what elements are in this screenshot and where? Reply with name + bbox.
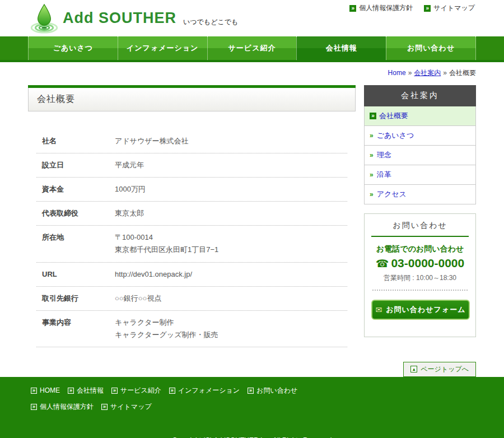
nav-item[interactable]: お問い合わせ: [386, 36, 476, 60]
phone-contact-label: お電話でのお問い合わせ: [371, 244, 469, 254]
footer-link[interactable]: »サービス紹介: [111, 386, 161, 395]
footer-link-label: 個人情報保護方針: [40, 402, 94, 412]
arrow-icon: »: [370, 151, 374, 159]
sidebar-item-label: 会社概要: [379, 111, 408, 121]
sidebar-item[interactable]: »アクセス: [364, 185, 476, 204]
row-value: 東京太郎: [115, 207, 144, 220]
page-top-button[interactable]: ▲ ページトップへ: [403, 362, 476, 377]
footer-link-label: サービス紹介: [120, 386, 161, 395]
sidebar: 会社案内 »会社概要»ごあいさつ»理念»沿革»アクセス お問い合わせ お電話での…: [364, 85, 476, 337]
footer-link-label: 会社情報: [77, 386, 104, 395]
row-label: 資本金: [36, 183, 115, 195]
top-link[interactable]: »サイトマップ: [424, 3, 475, 13]
table-row: 資本金1000万円: [36, 178, 347, 202]
table-row: 事業内容キャラクター制作 キャラクターグッズ制作・販売: [36, 311, 347, 347]
green-arrow-icon: »: [349, 5, 356, 12]
white-arrow-icon: »: [31, 388, 37, 394]
footer-link[interactable]: »HOME: [31, 386, 60, 395]
table-row: 社名アドサウザー株式会社: [36, 129, 347, 153]
nav-item[interactable]: 会社情報: [296, 36, 386, 60]
row-value: ○○銀行○○視点: [115, 292, 161, 305]
content-column: 会社概要 社名アドサウザー株式会社設立日平成元年資本金1000万円代表取締役東京…: [28, 85, 356, 347]
row-value: アドサウザー株式会社: [115, 135, 189, 147]
footer-link[interactable]: »インフォメーション: [169, 386, 240, 395]
contact-form-button[interactable]: ✉ お問い合わせフォーム: [371, 300, 470, 320]
header-top-links: »個人情報保護方針»サイトマップ: [349, 3, 475, 13]
table-row: 設立日平成元年: [36, 153, 347, 178]
page-top-arrow-icon: ▲: [410, 366, 417, 372]
sidebar-item-label: ごあいさつ: [377, 131, 414, 141]
breadcrumb-separator: »: [443, 69, 447, 77]
green-arrow-icon: »: [424, 5, 431, 12]
row-label: 所在地: [36, 231, 115, 256]
row-label: 取引先銀行: [36, 292, 115, 305]
breadcrumb-separator: »: [408, 69, 412, 77]
white-arrow-icon: »: [68, 388, 74, 394]
global-nav: ごあいさつインフォメーションサービス紹介会社情報お問い合わせ: [0, 36, 504, 62]
page-title: 会社概要: [28, 88, 356, 111]
row-label: URL: [36, 268, 115, 281]
sidebar-item[interactable]: »会社概要: [364, 106, 476, 126]
green-arrow-icon: »: [370, 113, 376, 119]
footer-link-label: インフォメーション: [178, 386, 240, 395]
footer-link[interactable]: »会社情報: [68, 386, 104, 395]
contact-box: お問い合わせ お電話でのお問い合わせ ☎03-0000-0000 営業時間 : …: [364, 213, 476, 337]
nav-menu: ごあいさつインフォメーションサービス紹介会社情報お問い合わせ: [28, 36, 476, 60]
sidebar-menu: »会社概要»ごあいさつ»理念»沿革»アクセス: [364, 106, 476, 204]
sidebar-title: 会社案内: [364, 85, 476, 106]
sidebar-item-label: 理念: [377, 150, 391, 160]
row-value: 平成元年: [115, 159, 144, 171]
contact-title: お問い合わせ: [371, 221, 469, 237]
site-logo-text: Add SOUTHER: [63, 10, 176, 27]
footer-link-label: HOME: [40, 386, 60, 394]
row-value: キャラクター制作 キャラクターグッズ制作・販売: [115, 316, 218, 341]
row-value: 〒100-0014 東京都千代田区永田町1丁目7−1: [115, 231, 218, 256]
footer-link[interactable]: »サイトマップ: [101, 402, 152, 412]
row-label: 社名: [36, 135, 115, 147]
breadcrumb: Home»会社案内»会社概要: [28, 62, 476, 83]
sidebar-item[interactable]: »ごあいさつ: [364, 126, 476, 146]
nav-item[interactable]: インフォメーション: [118, 36, 207, 60]
footer: »HOME»会社情報»サービス紹介»インフォメーション»お問い合わせ »個人情報…: [0, 377, 504, 438]
main-content: 会社概要 社名アドサウザー株式会社設立日平成元年資本金1000万円代表取締役東京…: [28, 85, 476, 347]
sidebar-item[interactable]: »理念: [364, 146, 476, 165]
table-row: 取引先銀行○○銀行○○視点: [36, 287, 347, 311]
phone-number-text: 03-0000-0000: [391, 257, 464, 269]
white-arrow-icon: »: [101, 404, 108, 410]
page-top-label: ページトップへ: [421, 365, 469, 374]
footer-links-row2: »個人情報保護方針»サイトマップ: [31, 402, 473, 412]
phone-number: ☎03-0000-0000: [371, 257, 469, 270]
arrow-icon: »: [370, 132, 374, 139]
pagetop-row: ▲ ページトップへ: [28, 362, 476, 377]
top-link-label: サイトマップ: [433, 3, 475, 13]
sidebar-item[interactable]: »沿革: [364, 165, 476, 185]
business-hours: 営業時間 : 10:00～18:30: [371, 273, 469, 283]
phone-icon: ☎: [376, 258, 389, 269]
nav-item[interactable]: ごあいさつ: [28, 36, 118, 60]
table-row: URLhttp://dev01.onepack.jp/: [36, 263, 347, 287]
table-row: 所在地〒100-0014 東京都千代田区永田町1丁目7−1: [36, 226, 347, 262]
mail-icon: ✉: [376, 305, 383, 314]
footer-links-row1: »HOME»会社情報»サービス紹介»インフォメーション»お問い合わせ: [31, 386, 473, 395]
header: Add SOUTHER いつでもどこでも »個人情報保護方針»サイトマップ: [0, 0, 504, 36]
breadcrumb-item: 会社概要: [449, 69, 476, 77]
arrow-icon: »: [370, 190, 374, 198]
footer-link[interactable]: »個人情報保護方針: [31, 402, 94, 412]
top-link-label: 個人情報保護方針: [359, 3, 413, 13]
top-link[interactable]: »個人情報保護方針: [349, 3, 413, 13]
white-arrow-icon: »: [169, 388, 175, 394]
breadcrumb-item[interactable]: 会社案内: [414, 69, 441, 77]
divider: [372, 290, 468, 291]
breadcrumb-item[interactable]: Home: [388, 69, 406, 77]
footer-link[interactable]: »お問い合わせ: [248, 386, 297, 395]
logo[interactable]: Add SOUTHER いつでもどこでも: [30, 3, 238, 34]
row-value: 1000万円: [115, 183, 146, 195]
company-table: 社名アドサウザー株式会社設立日平成元年資本金1000万円代表取締役東京太郎所在地…: [36, 129, 347, 347]
row-label: 事業内容: [36, 316, 115, 341]
water-drop-logo-icon: [30, 3, 58, 34]
white-arrow-icon: »: [111, 388, 118, 394]
site-tagline: いつでもどこでも: [183, 17, 238, 27]
sidebar-item-label: 沿革: [377, 170, 391, 180]
row-label: 代表取締役: [36, 207, 115, 220]
nav-item[interactable]: サービス紹介: [207, 36, 297, 60]
